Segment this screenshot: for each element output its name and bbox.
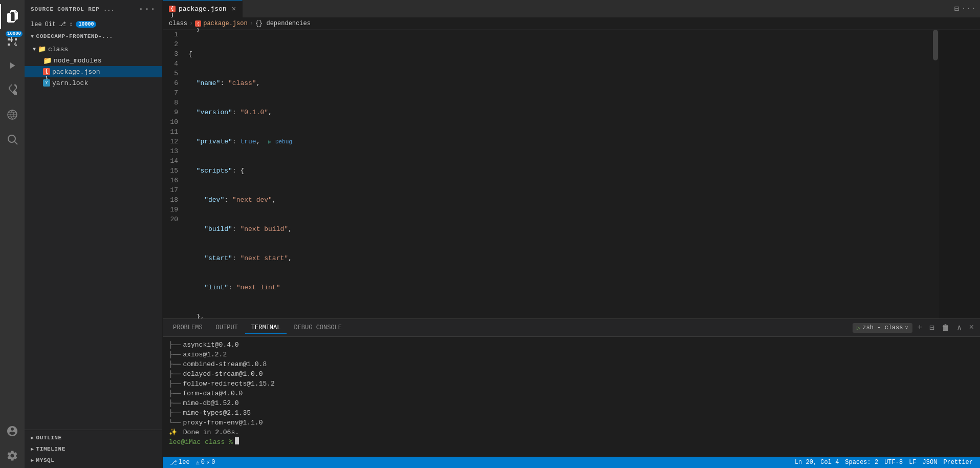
terminal-tree-prefix-1: ├── [169,340,181,350]
terminal-trash-icon[interactable]: 🗑 [940,322,952,334]
run-icon[interactable] [0,53,25,78]
terminal-actions: ▷ zsh - class ∨ + ⊟ 🗑 ∧ × [853,322,976,334]
node-modules-label: node_modules [54,57,102,65]
terminal-content[interactable]: ├── asynckit@0.4.0 ├── axios@1.2.2 ├── c… [163,337,980,457]
terminal-done-text: Done in 2.06s. [179,428,239,437]
svg-line-2 [15,142,18,145]
status-eol[interactable]: LF [906,459,919,466]
terminal-line-3: ├── combined-stream@1.0.8 [169,359,974,369]
tree-item-yarn-lock[interactable]: Y yarn.lock [25,77,162,89]
extensions-icon[interactable] [0,78,25,102]
minimap [939,30,980,318]
status-errors-label: 0 [201,459,205,466]
repo-name-item[interactable]: ▼ CODECAMP-FRONTEND-... [25,31,162,41]
terminal-text-5: follow-redirects@1.15.2 [183,379,274,389]
terminal-tree-prefix-3: ├── [169,359,181,369]
yarn-lock-label: yarn.lock [52,79,88,87]
code-line-1: { [188,49,932,59]
scrollbar-thumb[interactable] [933,30,938,60]
status-warning-icon: ⚡ [206,459,210,466]
status-language[interactable]: JSON [920,459,941,466]
activity-bar-bottom [0,419,25,468]
status-errors[interactable]: ⚠ 0 ⚡ 0 [193,457,219,468]
search-icon[interactable] [0,127,25,152]
terminal-text-7: mime-db@1.52.0 [183,398,238,408]
source-control-menu-icon[interactable]: ··· [138,4,156,14]
outline-section[interactable]: ▶ OUTLINE [25,432,162,443]
code-line-7: "build": "next build", [188,224,932,234]
breadcrumb-dependencies[interactable]: {} dependencies [255,20,311,27]
status-branch-icon: ⎇ [170,459,177,466]
outline-chevron-icon: ▶ [31,435,34,441]
terminal-line-8: ├── mime-types@2.1.35 [169,408,974,418]
tab-close-icon[interactable]: × [232,5,236,13]
tree-item-package-json[interactable]: { } package.json [25,66,162,77]
source-control-icon[interactable]: 10000 [0,29,25,53]
more-actions-icon[interactable]: ··· [961,4,976,13]
terminal-text-6: form-data@4.0.0 [183,389,243,398]
status-encoding[interactable]: UTF-8 [881,459,906,466]
terminal-split-icon[interactable]: ⊟ [927,322,937,334]
tab-debug-console[interactable]: DEBUG CONSOLE [288,322,348,334]
package-json-breadcrumb-icon: { } [195,20,201,27]
timeline-chevron-icon: ▶ [31,446,34,452]
yarn-lock-icon: Y [43,79,50,87]
timeline-section[interactable]: ▶ TIMELINE [25,443,162,455]
status-formatter[interactable]: Prettier [940,459,976,466]
tab-package-label: package.json [179,5,227,13]
git-sync-icon: ↕ [69,21,73,28]
tree-item-class[interactable]: ▼ 📁 class [25,44,162,55]
tab-package-json[interactable]: { } package.json × [163,0,243,17]
breadcrumb-class[interactable]: class [169,20,187,27]
package-json-label: package.json [52,68,100,76]
mysql-label: MYSQL [36,457,55,463]
repo-name-label: CODECAMP-FRONTEND-... [36,33,113,39]
account-icon[interactable] [0,419,25,443]
status-branch[interactable]: ⎇ lee [167,457,193,468]
code-editor[interactable]: { "name": "class", "version": "0.1.0", "… [184,30,932,318]
split-editor-icon[interactable]: ⊟ [954,4,960,14]
sidebar: SOURCE CONTROL REP ... ··· lee Git ⎇ ↕ 1… [25,0,163,468]
source-control-badge: 10000 [6,31,23,37]
outline-label: OUTLINE [36,435,62,441]
remote-icon[interactable] [0,102,25,127]
terminal-close-icon[interactable]: × [967,322,976,333]
code-line-10: }, [188,312,932,318]
settings-icon[interactable] [0,443,25,468]
main-area: { } package.json × ⊟ ··· class › { } pac… [163,0,980,468]
explorer-icon[interactable] [0,4,25,29]
terminal-shell-badge[interactable]: ▷ zsh - class ∨ [853,323,912,333]
status-bar: ⎇ lee ⚠ 0 ⚡ 0 Ln 20, Col 4 Spaces: 2 UTF… [163,457,980,468]
tree-item-node-modules[interactable]: 📁 node_modules [25,55,162,66]
editor-scrollbar[interactable] [932,30,939,318]
terminal-tree-prefix-5: ├── [169,379,181,389]
timeline-label: TIMELINE [36,446,66,452]
source-control-header[interactable]: SOURCE CONTROL REP ... ··· [25,0,162,18]
tab-output[interactable]: OUTPUT [210,322,244,334]
terminal-line-10: ✨ Done in 2.06s. [169,428,974,437]
terminal-maximize-icon[interactable]: ∧ [955,322,964,334]
terminal-text-1: asynckit@0.4.0 [183,340,238,350]
tab-terminal[interactable]: TERMINAL [245,322,287,334]
mysql-section[interactable]: ▶ MYSQL [25,455,162,466]
code-line-5: "scripts": { [188,166,932,176]
status-formatter-label: Prettier [943,459,973,466]
breadcrumb-package-json[interactable]: package.json [203,20,247,27]
terminal-line-11: lee@iMac class % [169,437,974,447]
tab-actions: ⊟ ··· [950,0,980,17]
tab-problems[interactable]: PROBLEMS [167,322,209,334]
node-modules-icon: 📁 [43,56,52,65]
code-line-4: "private": true, ▷ Debug [188,137,932,146]
status-position[interactable]: Ln 20, Col 4 [792,459,842,466]
terminal-panel: PROBLEMS OUTPUT TERMINAL DEBUG CONSOLE ▷… [163,318,980,457]
code-line-3: "version": "0.1.0", [188,108,932,117]
status-spaces[interactable]: Spaces: 2 [842,459,881,466]
terminal-shell-label: zsh - class [862,324,903,331]
terminal-text-3: combined-stream@1.0.8 [183,359,267,369]
terminal-text-8: mime-types@2.1.35 [183,408,251,418]
terminal-text-2: axios@1.2.2 [183,350,227,359]
class-chevron-icon: ▼ [33,47,36,52]
breadcrumb: class › { } package.json › {} dependenci… [163,18,980,30]
terminal-add-icon[interactable]: + [916,322,925,333]
code-line-2: "name": "class", [188,78,932,88]
